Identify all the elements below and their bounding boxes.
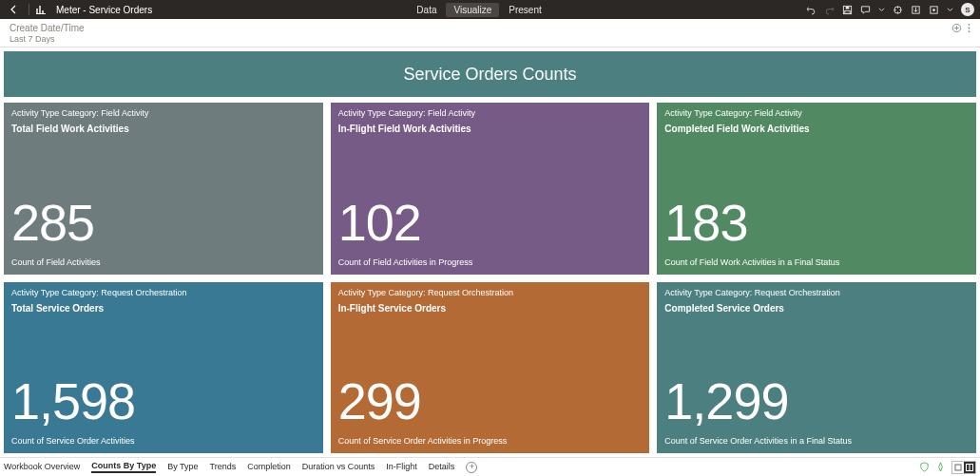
tile-title: Total Service Orders	[11, 303, 316, 314]
tile-category: Activity Type Category: Field Activity	[338, 108, 643, 118]
tile-completed-service-orders[interactable]: Activity Type Category: Request Orchestr…	[657, 282, 976, 454]
tile-value: 1,299	[664, 375, 969, 427]
shield-icon[interactable]	[919, 462, 930, 472]
appbar-left: Meter - Service Orders	[6, 4, 152, 15]
tile-category: Activity Type Category: Request Orchestr…	[338, 288, 643, 297]
workbook-title: Meter - Service Orders	[56, 5, 152, 15]
tile-desc: Count of Field Activities	[11, 257, 316, 267]
avatar[interactable]: S	[961, 3, 974, 16]
tile-category: Activity Type Category: Field Activity	[664, 108, 969, 118]
canvas-tab-by-type[interactable]: By Type	[167, 462, 198, 472]
tile-inflight-field-work[interactable]: Activity Type Category: Field Activity I…	[331, 103, 650, 275]
tile-desc: Count of Service Order Activities in a F…	[664, 436, 969, 446]
back-button[interactable]	[6, 5, 23, 14]
tile-title: In-Flight Service Orders	[338, 303, 643, 314]
tile-total-service-orders[interactable]: Activity Type Category: Request Orchestr…	[4, 282, 323, 454]
svg-point-9	[969, 28, 970, 29]
appbar-right: S	[806, 3, 974, 16]
tile-desc: Count of Field Activities in Progress	[338, 257, 643, 267]
save-icon[interactable]	[842, 5, 853, 15]
export-icon[interactable]	[911, 5, 921, 15]
svg-point-6	[932, 9, 935, 11]
view-mode-toggle	[951, 461, 976, 474]
tile-value: 299	[338, 375, 643, 427]
tab-visualize[interactable]: Visualize	[446, 3, 499, 17]
tile-desc: Count of Service Order Activities	[11, 436, 316, 446]
canvas-tab-details[interactable]: Details	[429, 462, 455, 472]
tile-title: In-Flight Field Work Activities	[338, 124, 643, 134]
tile-value: 1,598	[11, 375, 316, 427]
tile-title: Completed Service Orders	[664, 303, 969, 314]
filter-label: Create Date/Time	[10, 23, 85, 33]
undo-icon[interactable]	[806, 5, 817, 15]
svg-point-10	[969, 30, 970, 32]
tile-category: Activity Type Category: Request Orchestr…	[11, 288, 316, 297]
canvas-tab-completion[interactable]: Completion	[247, 462, 291, 472]
canvas-tabs: Workbook Overview Counts By Type By Type…	[4, 461, 477, 473]
tile-desc: Count of Field Work Activities in a Fina…	[664, 257, 969, 267]
share-icon[interactable]	[929, 5, 939, 15]
compass-icon[interactable]	[935, 462, 946, 472]
tile-category: Activity Type Category: Field Activity	[11, 108, 316, 118]
banner-title: Service Orders Counts	[4, 51, 976, 97]
tile-inflight-service-orders[interactable]: Activity Type Category: Request Orchestr…	[331, 282, 650, 454]
chevron-down-icon[interactable]	[878, 7, 885, 13]
canvas-tabs-bar: Workbook Overview Counts By Type By Type…	[0, 457, 980, 476]
chart-icon	[35, 4, 47, 15]
svg-point-8	[969, 24, 970, 26]
canvas-tab-duration-vs-counts[interactable]: Duration vs Counts	[302, 462, 375, 472]
app-bar: Meter - Service Orders Data Visualize Pr…	[0, 0, 980, 19]
tab-present[interactable]: Present	[501, 3, 548, 17]
filter-bar: Create Date/Time Last 7 Days	[0, 19, 980, 48]
tile-total-field-work[interactable]: Activity Type Category: Field Activity T…	[4, 103, 323, 275]
view-split-icon[interactable]	[964, 462, 975, 473]
svg-rect-11	[955, 465, 961, 470]
bottom-right-tools	[919, 461, 976, 474]
filter-create-date[interactable]: Create Date/Time Last 7 Days	[10, 23, 85, 44]
filter-value: Last 7 Days	[10, 34, 85, 44]
canvas-tab-in-flight[interactable]: In-Flight	[386, 462, 417, 472]
tile-value: 102	[338, 197, 643, 248]
canvas-tab-workbook-overview[interactable]: Workbook Overview	[4, 462, 80, 472]
tile-grid: Activity Type Category: Field Activity T…	[0, 97, 980, 457]
tab-data[interactable]: Data	[409, 3, 444, 17]
tile-title: Total Field Work Activities	[11, 124, 316, 134]
tile-category: Activity Type Category: Request Orchestr…	[664, 288, 969, 297]
canvas-tab-trends[interactable]: Trends	[210, 462, 237, 472]
tile-value: 183	[664, 197, 969, 248]
svg-rect-2	[846, 6, 850, 9]
filter-actions	[951, 23, 970, 33]
tile-desc: Count of Service Order Activities in Pro…	[338, 436, 643, 446]
filter-settings-icon[interactable]	[951, 23, 962, 33]
comment-icon[interactable]	[860, 5, 871, 15]
canvas-tab-counts-by-type[interactable]: Counts By Type	[91, 461, 156, 473]
mode-tabs: Data Visualize Present	[409, 3, 548, 17]
view-single-icon[interactable]	[952, 462, 964, 473]
tile-title: Completed Field Work Activities	[664, 124, 969, 134]
divider	[29, 4, 29, 15]
add-canvas-button[interactable]: +	[466, 462, 477, 473]
refresh-icon[interactable]	[893, 5, 903, 15]
tile-completed-field-work[interactable]: Activity Type Category: Field Activity C…	[657, 103, 976, 275]
redo-icon[interactable]	[824, 5, 835, 15]
more-icon[interactable]	[968, 23, 970, 33]
svg-rect-1	[845, 10, 851, 13]
tile-value: 285	[11, 197, 316, 248]
chevron-down-icon[interactable]	[947, 7, 953, 13]
